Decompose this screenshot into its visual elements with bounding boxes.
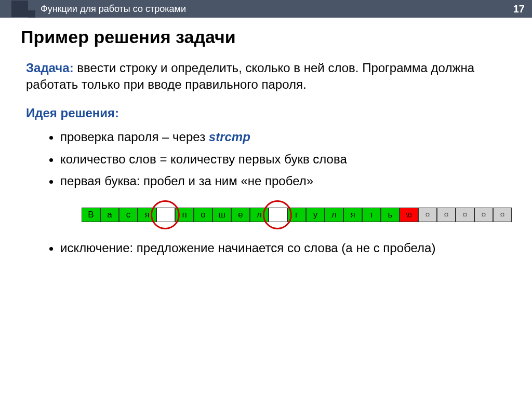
string-cell: у: [306, 208, 325, 222]
string-cell: я: [343, 208, 362, 222]
idea-bullets: проверка пароля – через strcmp количеств…: [60, 127, 511, 192]
bullet-item: исключение: предложение начинается со сл…: [60, 238, 511, 259]
idea-bullets-after: исключение: предложение начинается со сл…: [60, 238, 511, 259]
main-title: Пример решения задачи: [21, 27, 511, 47]
highlight-circle: [151, 200, 180, 229]
header-bar: Функции для работы со строками 17: [0, 0, 532, 18]
string-cells-diagram: Васяпошелгулять\0¤¤¤¤¤: [57, 200, 511, 229]
string-cell: ¤: [493, 208, 512, 222]
page-number: 17: [513, 3, 525, 15]
string-cell: ь: [381, 208, 400, 222]
string-cell: ¤: [456, 208, 474, 222]
string-cell: л: [325, 208, 343, 222]
cells-row: Васяпошелгулять\0¤¤¤¤¤: [82, 208, 512, 222]
strcmp-keyword: strcmp: [209, 130, 250, 144]
highlight-circle: [263, 200, 292, 229]
string-cell: \0: [400, 208, 418, 222]
string-cell: ш: [212, 208, 231, 222]
bullet-text: исключение: предложение начинается со сл…: [60, 241, 435, 255]
string-cell: е: [231, 208, 250, 222]
bullet-item: первая буква: пробел и за ним «не пробел…: [60, 171, 511, 192]
task-text: ввести строку и определить, сколько в не…: [26, 61, 474, 91]
bullet-text: количество слов = количеству первых букв…: [60, 152, 347, 166]
header-decoration: [0, 0, 35, 18]
string-cell: с: [119, 208, 138, 222]
bullet-item: проверка пароля – через strcmp: [60, 127, 511, 148]
bullet-text: проверка пароля – через: [60, 130, 209, 144]
string-cell: т: [362, 208, 381, 222]
string-cell: В: [82, 208, 100, 222]
string-cell: ¤: [437, 208, 456, 222]
task-block: Задача: ввести строку и определить, скол…: [26, 60, 511, 93]
slide-content: Пример решения задачи Задача: ввести стр…: [0, 18, 532, 259]
string-cell: а: [100, 208, 119, 222]
bullet-item: количество слов = количеству первых букв…: [60, 149, 511, 170]
bullet-text: первая буква: пробел и за ним «не пробел…: [60, 174, 313, 188]
task-label: Задача:: [26, 61, 74, 75]
header-title: Функции для работы со строками: [41, 4, 186, 15]
idea-label: Идея решения:: [26, 106, 511, 120]
string-cell: ¤: [474, 208, 493, 222]
string-cell: о: [194, 208, 212, 222]
string-cell: ¤: [418, 208, 437, 222]
